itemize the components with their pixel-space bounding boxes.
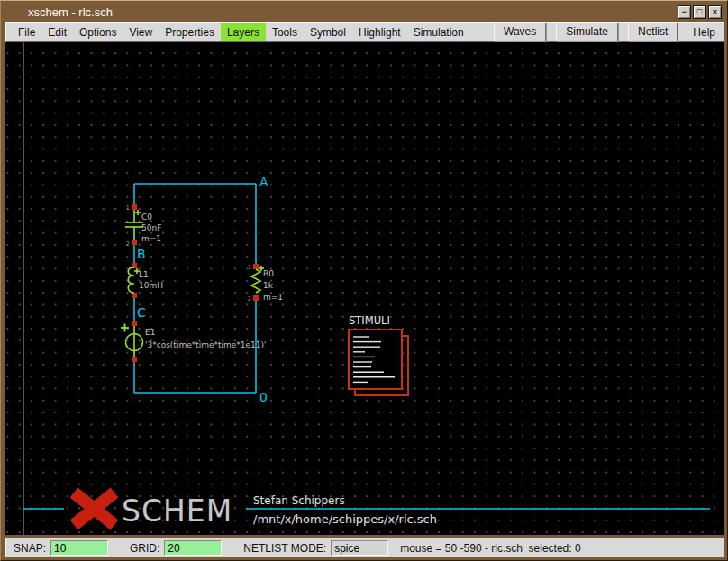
maximize-icon[interactable]: □ <box>693 5 706 19</box>
pin-terminal <box>132 321 137 326</box>
component-name: C0 <box>141 213 152 222</box>
menu-properties[interactable]: Properties <box>159 23 221 41</box>
minimize-icon[interactable]: − <box>678 5 691 19</box>
menu-bar: File Edit Options View Properties Layers… <box>5 22 724 42</box>
logo-author: Stefan Schippers <box>253 494 345 507</box>
close-icon[interactable]: × <box>708 5 722 19</box>
pin-number: 2 <box>126 240 130 248</box>
grid-input[interactable] <box>164 540 222 556</box>
netlist-mode-label: NETLIST MODE: <box>243 542 326 555</box>
window-controls: − □ × <box>678 5 723 19</box>
node-label-c[interactable]: C <box>137 305 146 320</box>
inductor-l1[interactable]: L1 10mH <box>128 263 163 298</box>
schematic-canvas[interactable]: A B C 0 1 2 C0 50nF m=1 <box>5 42 724 535</box>
menu-options[interactable]: Options <box>73 23 123 41</box>
component-name: L1 <box>139 270 149 279</box>
xschem-logo: SCHEM Stefan Schippers /mnt/x/home/schip… <box>23 493 710 529</box>
title-bar[interactable]: xschem - rlc.sch − □ × <box>5 4 723 21</box>
pin-terminal <box>132 240 137 245</box>
component-name: E1 <box>145 328 155 337</box>
component-name: R0 <box>263 269 274 278</box>
resistor-zigzag <box>251 269 260 293</box>
node-label-b[interactable]: B <box>137 247 146 261</box>
pin-terminal <box>132 357 137 362</box>
snap-input[interactable] <box>50 540 108 556</box>
component-mult: m=1 <box>141 234 161 243</box>
component-value: 10mH <box>139 281 163 290</box>
snap-label: SNAP: <box>14 542 46 555</box>
menu-highlight[interactable]: Highlight <box>352 23 407 41</box>
inductor-coil <box>128 267 134 293</box>
capacitor-symbol <box>125 210 143 240</box>
menu-symbol[interactable]: Symbol <box>304 23 352 41</box>
pin-terminal <box>132 204 137 210</box>
node-label-a[interactable]: A <box>259 175 268 189</box>
status-bar: SNAP: GRID: NETLIST MODE: mouse = 50 -59… <box>5 538 724 557</box>
component-value: 1k <box>263 281 274 290</box>
app-window: xschem - rlc.sch − □ × File Edit Options… <box>0 0 728 561</box>
component-value: 50nF <box>141 223 161 232</box>
simulate-button[interactable]: Simulate <box>556 23 618 41</box>
grid-label: GRID: <box>130 542 159 555</box>
pin-number: 1 <box>248 264 251 271</box>
menu-edit[interactable]: Edit <box>41 23 73 41</box>
waves-button[interactable]: Waves <box>494 23 546 41</box>
menu-file[interactable]: File <box>12 23 41 41</box>
logo-path: /mnt/x/home/schippes/x/rlc.sch <box>253 512 437 526</box>
pin-terminal <box>253 295 259 301</box>
component-mult: m=1 <box>263 293 283 302</box>
logo-text: SCHEM <box>122 493 232 529</box>
component-value: '3*cos(time*time*time*1e11)' <box>145 340 267 349</box>
pin-terminal <box>253 264 259 269</box>
menu-tools[interactable]: Tools <box>266 23 304 41</box>
pin-terminal <box>132 293 137 298</box>
menu-view[interactable]: View <box>123 23 159 41</box>
menu-simulation[interactable]: Simulation <box>407 23 470 41</box>
plus-mark <box>121 324 129 332</box>
capacitor-c0[interactable]: 1 2 C0 50nF m=1 <box>125 204 161 248</box>
pin-number: 2 <box>248 295 251 303</box>
help-button[interactable]: Help <box>687 23 721 41</box>
stimuli-front-rect <box>349 330 402 389</box>
schematic-svg: A B C 0 1 2 C0 50nF m=1 <box>5 42 724 535</box>
resistor-r0[interactable]: 1 2 R0 1k m=1 <box>248 264 283 303</box>
menu-layers[interactable]: Layers <box>221 23 266 41</box>
source-e1[interactable]: E1 '3*cos(time*time*time*1e11)' <box>121 321 267 362</box>
logo-x-icon <box>74 493 114 525</box>
netlist-mode-input[interactable] <box>331 540 388 556</box>
pin-number: 1 <box>126 204 130 212</box>
netlist-button[interactable]: Netlist <box>628 23 678 41</box>
window-title: xschem - rlc.sch <box>28 5 113 19</box>
stimuli-block[interactable]: STIMULI <box>349 314 408 395</box>
menu-action-buttons: Waves Simulate Netlist Help <box>494 23 724 41</box>
stimuli-label: STIMULI <box>349 314 390 327</box>
mouse-coordinates-status: mouse = 50 -590 - rlc.sch selected: 0 <box>400 542 580 555</box>
node-label-gnd[interactable]: 0 <box>259 390 268 404</box>
